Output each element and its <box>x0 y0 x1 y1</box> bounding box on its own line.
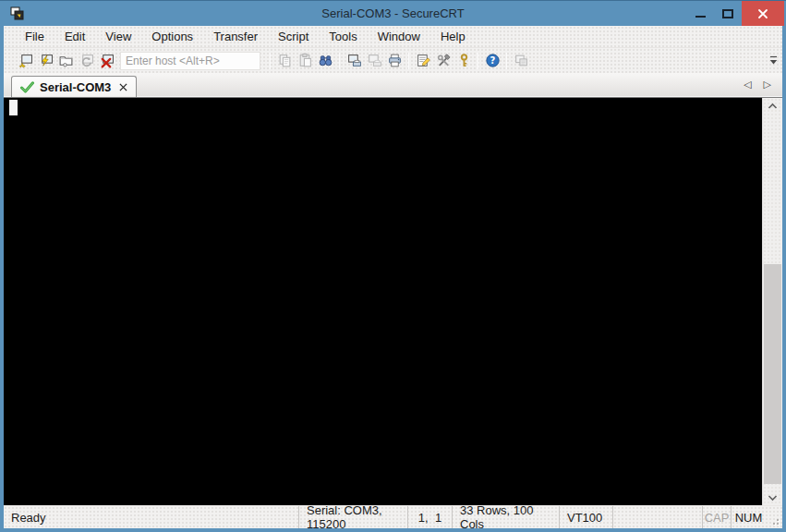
status-num-lock: NUM <box>731 506 766 528</box>
print-icon <box>387 53 403 68</box>
scrollbar-thumb[interactable] <box>764 264 781 484</box>
copy-icon <box>277 53 293 68</box>
toolbar-overflow-icon <box>769 55 778 66</box>
menu-item-tools[interactable]: Tools <box>319 27 367 46</box>
host-input[interactable] <box>120 52 260 70</box>
session-manager-icon <box>58 53 74 68</box>
connect-button[interactable] <box>35 51 55 71</box>
tab-scroll-controls: ◁ ▷ <box>744 73 771 96</box>
ssh-agent-key-icon <box>456 53 472 68</box>
print-button[interactable] <box>384 51 405 71</box>
svg-text:?: ? <box>490 55 495 66</box>
connect-icon <box>38 53 54 68</box>
terminal-cursor <box>9 100 18 115</box>
terminal-row <box>4 97 782 505</box>
terminal-screen[interactable] <box>4 98 762 505</box>
menu-item-view[interactable]: View <box>95 27 141 46</box>
menu-item-script[interactable]: Script <box>268 27 319 46</box>
minimize-icon <box>695 16 706 18</box>
vertical-scrollbar[interactable] <box>762 98 782 505</box>
status-emulation: VT100 <box>559 506 612 528</box>
tab-label: Serial-COM3 <box>40 80 111 94</box>
print-selection-icon <box>367 53 382 68</box>
scroll-up-button[interactable] <box>763 98 782 114</box>
status-spacer <box>612 506 702 528</box>
session-options-icon <box>416 53 431 68</box>
paste-icon <box>297 53 313 68</box>
reconnect-icon <box>79 53 94 68</box>
status-cursor-position: 1, 1 <box>407 506 452 528</box>
resize-grip[interactable] <box>766 506 782 528</box>
connected-check-icon <box>20 81 34 93</box>
chevron-up-icon <box>768 103 778 110</box>
toolbar: ? <box>4 48 782 73</box>
reconnect-button[interactable] <box>76 51 96 71</box>
disconnect-icon <box>99 53 115 68</box>
menu-bar: File Edit View Options Transfer Script T… <box>4 26 782 48</box>
grip-dot <box>777 523 779 525</box>
toolbar-separator <box>270 53 271 69</box>
chevron-down-icon <box>768 494 778 502</box>
tab-scroll-right-button[interactable]: ▷ <box>764 79 771 90</box>
paste-button[interactable] <box>295 51 315 71</box>
menu-item-edit[interactable]: Edit <box>54 27 95 46</box>
maximize-icon <box>722 9 733 18</box>
quick-connect-icon <box>18 53 33 68</box>
copy-button[interactable] <box>274 51 295 71</box>
toolbar-overflow-button[interactable] <box>766 51 780 71</box>
session-options-button[interactable] <box>413 51 433 71</box>
session-manager-button[interactable] <box>55 51 76 71</box>
scroll-down-button[interactable] <box>763 490 782 505</box>
menu-item-help[interactable]: Help <box>430 27 476 46</box>
status-connection: Serial: COM3, 115200 <box>298 506 407 528</box>
app-icon[interactable] <box>9 6 25 21</box>
find-button[interactable] <box>315 51 335 71</box>
toolbar-separator <box>478 53 478 69</box>
tab-serial-com3[interactable]: Serial-COM3 <box>11 76 137 97</box>
global-options-icon <box>436 53 452 68</box>
toolbar-separator <box>339 53 340 69</box>
clone-session-button[interactable] <box>511 51 531 71</box>
disconnect-button[interactable] <box>96 51 116 71</box>
print-selection-button[interactable] <box>364 51 384 71</box>
tab-close-button[interactable] <box>119 83 127 91</box>
help-icon: ? <box>485 53 501 68</box>
menu-item-window[interactable]: Window <box>368 27 430 46</box>
status-dimensions: 33 Rows, 100 Cols <box>452 506 559 528</box>
find-icon <box>318 53 333 68</box>
maximize-button[interactable] <box>714 1 742 26</box>
menu-item-file[interactable]: File <box>15 27 54 46</box>
status-caps-lock: CAP <box>702 506 731 528</box>
print-screen-icon <box>346 53 362 68</box>
ssh-agent-key-button[interactable] <box>453 51 474 71</box>
quick-connect-button[interactable] <box>15 51 35 71</box>
menu-item-options[interactable]: Options <box>141 27 203 46</box>
titlebar[interactable]: Serial-COM3 - SecureCRT <box>4 1 782 26</box>
toolbar-separator <box>408 53 409 69</box>
securecrt-window: Serial-COM3 - SecureCRT File Edit View O… <box>0 0 786 532</box>
print-screen-button[interactable] <box>344 51 364 71</box>
grip-dot <box>773 523 775 525</box>
tab-close-icon <box>119 83 127 91</box>
minimize-button[interactable] <box>686 1 714 26</box>
global-options-button[interactable] <box>433 51 453 71</box>
close-icon <box>757 8 768 19</box>
toolbar-separator <box>506 53 507 69</box>
tab-bar: Serial-COM3 ◁ ▷ <box>4 73 782 97</box>
help-button[interactable]: ? <box>482 51 502 71</box>
window-title: Serial-COM3 - SecureCRT <box>4 6 782 20</box>
tab-scroll-left-button[interactable]: ◁ <box>744 79 751 90</box>
grip-dot <box>777 519 779 521</box>
clone-session-icon <box>514 53 529 68</box>
close-button[interactable] <box>742 1 784 26</box>
window-controls <box>686 1 784 26</box>
menu-item-transfer[interactable]: Transfer <box>203 27 268 46</box>
status-message: Ready <box>4 506 298 528</box>
status-bar: Ready Serial: COM3, 115200 1, 1 33 Rows,… <box>4 505 782 528</box>
